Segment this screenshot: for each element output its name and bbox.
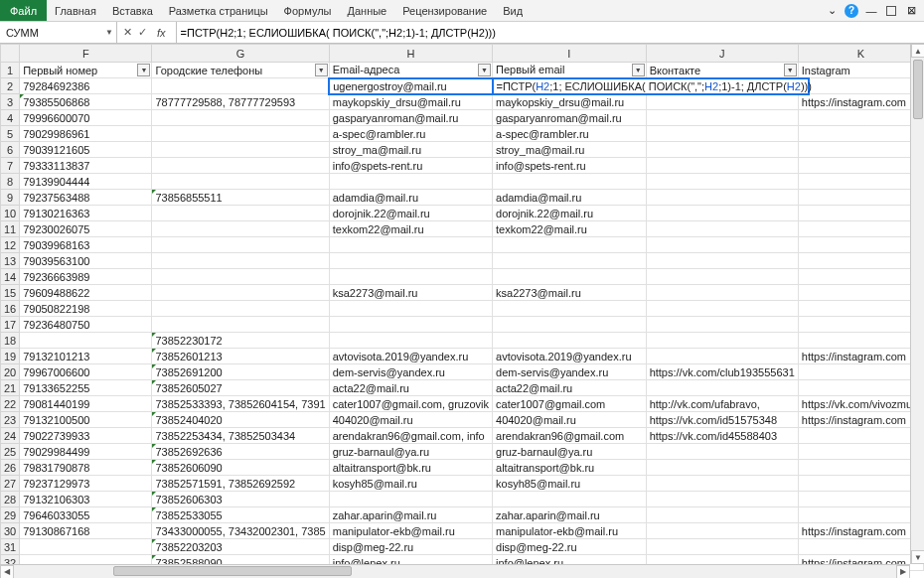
cancel-formula-icon[interactable]: ✕ (123, 26, 132, 39)
cell-G17[interactable] (152, 317, 329, 333)
cell-K3[interactable]: https://instagram.com (798, 94, 923, 110)
cell-I13[interactable] (493, 253, 647, 269)
cell-G28[interactable]: 73852606303 (152, 492, 329, 507)
row-header-20[interactable]: 20 (1, 364, 20, 380)
cell-F5[interactable]: 79029986961 (20, 126, 152, 142)
row-header-29[interactable]: 29 (1, 507, 20, 523)
vertical-scroll-thumb[interactable] (913, 60, 923, 119)
cell-K20[interactable] (798, 364, 923, 380)
row-header-22[interactable]: 22 (1, 396, 20, 412)
cell-I31[interactable]: disp@meg-22.ru (493, 539, 647, 555)
cell-G15[interactable] (152, 285, 329, 301)
cell-G2[interactable] (152, 78, 329, 94)
cell-J31[interactable] (646, 539, 798, 555)
col-header-K[interactable]: K (798, 45, 923, 63)
row-header-9[interactable]: 9 (1, 190, 20, 206)
cell-I6[interactable]: stroy_ma@mail.ru (493, 142, 647, 158)
cell-G14[interactable] (152, 269, 329, 285)
header-cell-K[interactable]: Instagram (798, 63, 923, 78)
cell-F23[interactable]: 79132100500 (20, 412, 152, 428)
cell-I11[interactable]: texkom22@mail.ru (493, 221, 647, 237)
cell-F2[interactable]: 79284692386 (20, 78, 152, 94)
cell-I5[interactable]: a-spec@rambler.ru (493, 126, 647, 142)
cell-I30[interactable]: manipulator-ekb@mail.ru (493, 523, 647, 539)
tab-5[interactable]: Рецензирование (394, 0, 495, 21)
help-icon[interactable]: ? (845, 4, 858, 18)
cell-H8[interactable] (329, 174, 492, 190)
tab-1[interactable]: Вставка (104, 0, 161, 21)
cell-J23[interactable]: https://vk.com/id51575348 (646, 412, 798, 428)
cell-H7[interactable]: info@spets-rent.ru (329, 158, 492, 174)
row-header-12[interactable]: 12 (1, 237, 20, 253)
cell-K17[interactable] (798, 317, 923, 333)
row-header-8[interactable]: 8 (1, 174, 20, 190)
cell-J26[interactable] (646, 460, 798, 476)
header-cell-G[interactable]: Городские телефоны▼ (152, 63, 329, 78)
cell-K2[interactable] (798, 78, 923, 94)
fx-icon[interactable]: fx (153, 27, 170, 39)
cell-K27[interactable] (798, 476, 923, 492)
cell-I22[interactable]: cater1007@gmail.com (493, 396, 647, 412)
cell-J20[interactable]: https://vk.com/club193555631 (646, 364, 798, 380)
vertical-scrollbar[interactable]: ▲ ▼ (910, 44, 924, 564)
cell-J25[interactable] (646, 444, 798, 460)
cell-F26[interactable]: 79831790878 (20, 460, 152, 476)
cell-H30[interactable]: manipulator-ekb@mail.ru (329, 523, 492, 539)
row-header-3[interactable]: 3 (1, 94, 20, 110)
cell-J7[interactable] (646, 158, 798, 174)
cell-J28[interactable] (646, 492, 798, 507)
row-header-27[interactable]: 27 (1, 476, 20, 492)
cell-K9[interactable] (798, 190, 923, 206)
ribbon-collapse-icon[interactable]: ⌄ (825, 4, 839, 18)
cell-H25[interactable]: gruz-barnaul@ya.ru (329, 444, 492, 460)
cell-I4[interactable]: gasparyanroman@mail.ru (493, 110, 647, 126)
minimize-icon[interactable]: — (864, 4, 878, 18)
row-header-21[interactable]: 21 (1, 380, 20, 396)
row-header-2[interactable]: 2 (1, 78, 20, 94)
cell-G18[interactable]: 73852230172 (152, 333, 329, 349)
cell-G12[interactable] (152, 237, 329, 253)
cell-H19[interactable]: avtovisota.2019@yandex.ru (329, 349, 492, 364)
cell-G5[interactable] (152, 126, 329, 142)
cell-J17[interactable] (646, 317, 798, 333)
cell-F8[interactable]: 79139904444 (20, 174, 152, 190)
cell-K19[interactable]: https://instagram.com (798, 349, 923, 364)
corner-cell[interactable] (1, 45, 20, 63)
cell-F7[interactable]: 79333113837 (20, 158, 152, 174)
cell-G6[interactable] (152, 142, 329, 158)
scroll-right-icon[interactable]: ▶ (896, 565, 910, 579)
cell-I25[interactable]: gruz-barnaul@ya.ru (493, 444, 647, 460)
cell-H13[interactable] (329, 253, 492, 269)
row-header-14[interactable]: 14 (1, 269, 20, 285)
cell-F19[interactable]: 79132101213 (20, 349, 152, 364)
cell-K25[interactable] (798, 444, 923, 460)
cell-I12[interactable] (493, 237, 647, 253)
cell-K7[interactable] (798, 158, 923, 174)
header-cell-I[interactable]: Первый email▼ (493, 63, 647, 78)
cell-K24[interactable] (798, 428, 923, 444)
cell-J15[interactable] (646, 285, 798, 301)
cell-G22[interactable]: 73852533393, 73852604154, 7391 (152, 396, 329, 412)
cell-G25[interactable]: 73852692636 (152, 444, 329, 460)
cell-G3[interactable]: 78777729588, 78777729593 (152, 94, 329, 110)
cell-F24[interactable]: 79022739933 (20, 428, 152, 444)
filter-dropdown-I[interactable]: ▼ (632, 64, 645, 76)
cell-H21[interactable]: acta22@mail.ru (329, 380, 492, 396)
cell-K5[interactable] (798, 126, 923, 142)
cell-H20[interactable]: dem-servis@yandex.ru (329, 364, 492, 380)
cell-F4[interactable]: 79996600070 (20, 110, 152, 126)
cell-K15[interactable] (798, 285, 923, 301)
cell-I7[interactable]: info@spets-rent.ru (493, 158, 647, 174)
cell-G4[interactable] (152, 110, 329, 126)
cell-I17[interactable] (493, 317, 647, 333)
cell-G16[interactable] (152, 301, 329, 317)
cell-J5[interactable] (646, 126, 798, 142)
cell-J19[interactable] (646, 349, 798, 364)
cell-J9[interactable] (646, 190, 798, 206)
cell-G7[interactable] (152, 158, 329, 174)
cell-J22[interactable]: http://vk.com/ufabravo, (646, 396, 798, 412)
row-header-25[interactable]: 25 (1, 444, 20, 460)
cell-H28[interactable] (329, 492, 492, 507)
cell-J12[interactable] (646, 237, 798, 253)
cell-K12[interactable] (798, 237, 923, 253)
